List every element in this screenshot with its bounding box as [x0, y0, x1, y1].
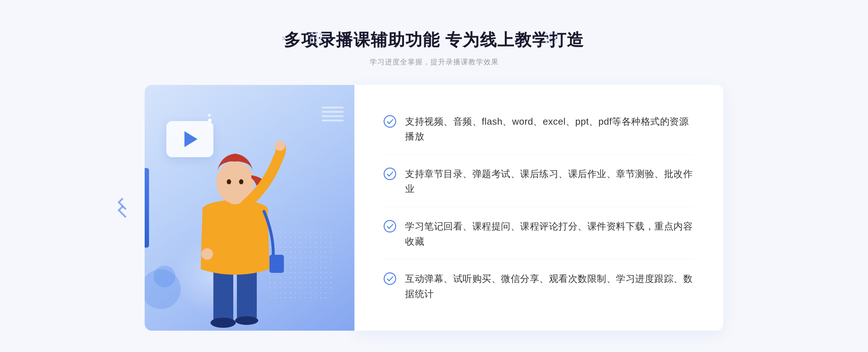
content-area: 支持视频、音频、flash、word、excel、ppt、pdf等各种格式的资源…: [145, 85, 723, 331]
notification-dots: [208, 114, 212, 127]
check-circle-icon-3: [383, 220, 396, 233]
svg-point-6: [227, 179, 231, 184]
svg-point-8: [275, 141, 285, 151]
check-circle-icon-2: [383, 167, 396, 180]
check-circle-icon-4: [383, 272, 396, 285]
blue-accent-bar: [145, 168, 149, 248]
svg-rect-10: [269, 255, 284, 273]
svg-point-12: [384, 168, 396, 180]
stripe-decoration: [322, 107, 344, 136]
svg-point-11: [384, 116, 396, 127]
feature-text-1: 支持视频、音频、flash、word、excel、ppt、pdf等各种格式的资源…: [405, 114, 694, 144]
chevron-left-decoration: [116, 201, 127, 215]
title-row: 多项录播课辅助功能 专为线上教学打造: [0, 29, 868, 51]
illustration-panel: [145, 85, 354, 331]
page-title: 多项录播课辅助功能 专为线上教学打造: [284, 29, 584, 51]
feature-text-4: 互动弹幕、试听购买、微信分享、观看次数限制、学习进度跟踪、数据统计: [405, 271, 694, 301]
svg-point-14: [384, 273, 396, 284]
page-wrapper: 多项录播课辅助功能 专为线上教学打造 学习进度全掌握，提升录播课教学效果: [0, 14, 868, 352]
feature-text-3: 学习笔记回看、课程提问、课程评论打分、课件资料下载，重点内容收藏: [405, 219, 694, 249]
feature-item-2: 支持章节目录、弹题考试、课后练习、课后作业、章节测验、批改作业: [383, 156, 694, 207]
svg-point-7: [239, 179, 243, 184]
header-section: 多项录播课辅助功能 专为线上教学打造 学习进度全掌握，提升录播课教学效果: [0, 29, 868, 67]
svg-point-2: [210, 318, 236, 328]
svg-point-9: [201, 248, 213, 260]
feature-item-4: 互动弹幕、试听购买、微信分享、观看次数限制、学习进度跟踪、数据统计: [383, 261, 694, 312]
title-deco-right: [545, 33, 557, 44]
svg-point-3: [235, 316, 258, 325]
feature-text-2: 支持章节目录、弹题考试、课后练习、课后作业、章节测验、批改作业: [405, 167, 694, 197]
person-illustration: [166, 136, 304, 331]
check-circle-icon-1: [383, 115, 396, 128]
page-subtitle: 学习进度全掌握，提升录播课教学效果: [0, 57, 868, 67]
svg-point-13: [384, 220, 396, 232]
feature-item-3: 学习笔记回看、课程提问、课程评论打分、课件资料下载，重点内容收藏: [383, 209, 694, 259]
features-panel: 支持视频、音频、flash、word、excel、ppt、pdf等各种格式的资源…: [354, 85, 723, 331]
title-deco-left: [311, 33, 323, 44]
feature-item-1: 支持视频、音频、flash、word、excel、ppt、pdf等各种格式的资源…: [383, 104, 694, 155]
